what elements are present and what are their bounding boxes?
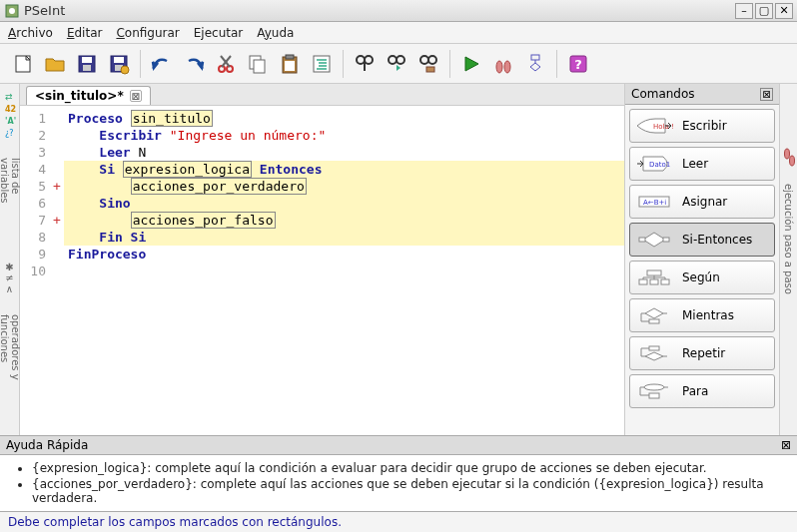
help-panel-header: Ayuda Rápida ⊠ (0, 436, 797, 455)
command-icon (634, 381, 674, 401)
svg-point-32 (496, 61, 502, 73)
save-as-button[interactable] (104, 49, 134, 79)
command-asignar[interactable]: A←B+iAsignar (629, 185, 775, 219)
find-next-button[interactable] (382, 49, 411, 79)
svg-point-9 (121, 66, 129, 74)
svg-rect-49 (650, 279, 658, 284)
step-exec-icon[interactable] (782, 144, 796, 174)
window-title: PSeInt (24, 3, 733, 18)
sidebar-top-icon[interactable]: ⇄42'A'¿? (3, 88, 17, 138)
copy-button[interactable] (243, 49, 273, 79)
help-body: {expresion_logica}: complete aquí la con… (0, 455, 797, 511)
indent-button[interactable] (307, 49, 337, 79)
svg-point-25 (365, 56, 373, 64)
status-bar: Debe completar los campos marcados con r… (0, 511, 797, 532)
undo-button[interactable] (147, 49, 177, 79)
help-item: {acciones_por_verdadero}: complete aquí … (32, 477, 787, 505)
redo-button[interactable] (179, 49, 209, 79)
svg-text:'A': 'A' (5, 117, 16, 126)
svg-rect-56 (649, 346, 659, 350)
svg-point-1 (9, 8, 15, 14)
tab-strip: <sin_titulo>* ⊠ (20, 84, 624, 106)
svg-point-27 (389, 56, 397, 64)
svg-text:?: ? (574, 57, 582, 72)
command-icon: Hola ! (634, 116, 674, 136)
menubar: Archivo Editar Configurar Ejecutar Ayuda (0, 22, 797, 44)
svg-text:⇄: ⇄ (5, 92, 13, 102)
close-button[interactable]: ✕ (775, 3, 793, 19)
commands-panel: Comandos ⊠ Hola !EscribirDato1LeerA←B+iA… (624, 84, 779, 435)
sidebar-vars-label[interactable]: lista de variables (0, 158, 21, 243)
svg-rect-4 (82, 57, 92, 63)
svg-rect-7 (114, 57, 124, 63)
commands-panel-header: Comandos ⊠ (625, 84, 779, 105)
svg-rect-17 (286, 55, 294, 59)
run-button[interactable] (456, 49, 486, 79)
sidebar-ops-label[interactable]: operadores y funciones (0, 314, 21, 431)
tab-active[interactable]: <sin_titulo>* ⊠ (26, 86, 151, 105)
editor-area: <sin_titulo>* ⊠ 1Proceso sin_titulo2 Esc… (20, 84, 624, 435)
step-exec-label[interactable]: ejecución paso a paso (783, 184, 794, 294)
app-icon (4, 3, 20, 19)
svg-text:Dato1: Dato1 (649, 161, 670, 169)
cut-button[interactable] (211, 49, 241, 79)
command-si-entonces[interactable]: Si-Entonces (629, 223, 775, 257)
step-button[interactable] (488, 49, 518, 79)
help-title: Ayuda Rápida (6, 438, 88, 452)
main-area: ⇄42'A'¿? lista de variables ✱ ≠ ∧ operad… (0, 84, 797, 435)
menu-archivo[interactable]: Archivo (8, 26, 53, 40)
menu-editar[interactable]: Editar (67, 26, 103, 40)
right-sidebar: ejecución paso a paso (779, 84, 797, 435)
menu-configurar[interactable]: Configurar (116, 26, 179, 40)
svg-text:A←B+i: A←B+i (643, 199, 666, 207)
titlebar: PSeInt – ▢ ✕ (0, 0, 797, 22)
separator (449, 50, 450, 78)
command-leer[interactable]: Dato1Leer (629, 147, 775, 181)
separator (140, 50, 141, 78)
maximize-button[interactable]: ▢ (755, 3, 773, 19)
new-file-button[interactable] (8, 49, 38, 79)
svg-rect-45 (639, 238, 645, 242)
svg-rect-5 (83, 65, 91, 71)
svg-point-24 (357, 56, 365, 64)
svg-point-60 (789, 156, 794, 166)
left-sidebar: ⇄42'A'¿? lista de variables ✱ ≠ ∧ operad… (0, 84, 20, 435)
commands-close-button[interactable]: ⊠ (760, 88, 773, 101)
svg-rect-15 (254, 60, 265, 73)
svg-text:42: 42 (5, 105, 16, 114)
command-escribir[interactable]: Hola !Escribir (629, 109, 775, 143)
svg-point-28 (397, 56, 404, 64)
find-button[interactable] (350, 49, 380, 79)
open-file-button[interactable] (40, 49, 70, 79)
replace-button[interactable] (413, 49, 443, 79)
command-icon: A←B+i (634, 192, 674, 212)
command-repetir[interactable]: Repetir (629, 336, 775, 370)
help-panel: Ayuda Rápida ⊠ {expresion_logica}: compl… (0, 435, 797, 511)
toolbar: ? (0, 44, 797, 84)
command-mientras[interactable]: Mientras (629, 298, 775, 332)
command-según[interactable]: Según (629, 261, 775, 294)
code-editor[interactable]: 1Proceso sin_titulo2 Escribir "Ingrese u… (20, 106, 624, 435)
svg-rect-34 (531, 55, 539, 60)
tab-label: <sin_titulo>* (35, 89, 124, 103)
menu-ayuda[interactable]: Ayuda (257, 26, 294, 40)
svg-point-57 (644, 384, 664, 390)
paste-button[interactable] (275, 49, 305, 79)
help-button[interactable]: ? (563, 49, 593, 79)
flowchart-button[interactable] (520, 49, 550, 79)
svg-rect-55 (649, 319, 659, 323)
menu-ejecutar[interactable]: Ejecutar (194, 26, 244, 40)
command-para[interactable]: Para (629, 374, 775, 408)
save-button[interactable] (72, 49, 102, 79)
command-icon (634, 305, 674, 325)
svg-rect-58 (649, 393, 659, 398)
command-icon (634, 267, 674, 287)
command-icon (634, 230, 674, 250)
separator (343, 50, 344, 78)
svg-point-29 (420, 56, 428, 64)
help-close-button[interactable]: ⊠ (781, 438, 791, 452)
separator (556, 50, 557, 78)
minimize-button[interactable]: – (735, 3, 753, 19)
tab-close-button[interactable]: ⊠ (130, 90, 142, 102)
svg-rect-50 (661, 279, 669, 284)
